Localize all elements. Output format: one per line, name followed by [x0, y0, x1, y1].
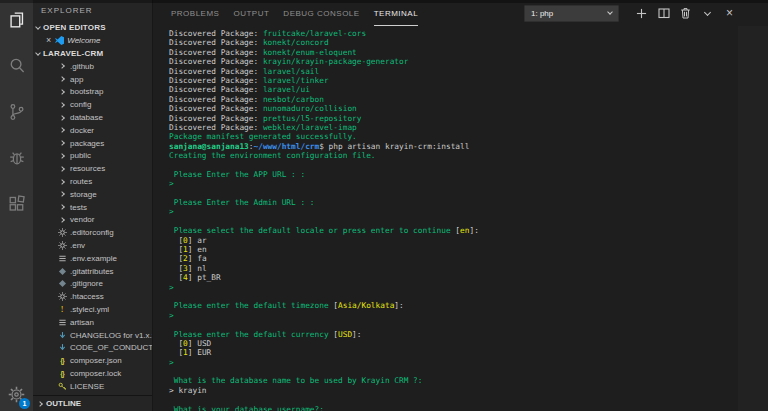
tree-item-label: CODE_OF_CONDUCT.md: [70, 343, 152, 352]
tree-item-label: composer.lock: [70, 369, 121, 378]
terminal-line: Discovered Package: krayin/krayin-packag…: [169, 57, 768, 66]
tree-folder-routes[interactable]: routes: [33, 175, 152, 188]
terminal-line: Discovered Package: nunomaduro/collision: [169, 104, 768, 113]
tab-debug-console[interactable]: DEBUG CONSOLE: [283, 0, 359, 26]
tree-folder-docker[interactable]: docker: [33, 124, 152, 137]
terminal-scrollbar[interactable]: [738, 26, 768, 411]
terminal-line: >: [169, 358, 768, 367]
kill-terminal-button[interactable]: [679, 5, 692, 21]
vscode-window: 1 EXPLORER OPEN EDITORS × Welcome LARAVE…: [0, 0, 768, 411]
tree-folder-app[interactable]: app: [33, 73, 152, 86]
tree-item-label: vendor: [70, 215, 94, 224]
tree-item-label: .github: [70, 62, 94, 71]
tree-file--gitignore[interactable]: .gitignore: [33, 278, 152, 291]
terminal-line: sanjana@sanjana13:~/www/html/crm$ php ar…: [169, 142, 768, 151]
terminal-select-value: 1: php: [531, 9, 553, 18]
terminal-line: >: [169, 179, 768, 188]
chevron-right-icon: [57, 90, 67, 94]
tree-folder-bootstrap[interactable]: bootstrap: [33, 86, 152, 99]
tree-item-label: routes: [70, 177, 92, 186]
tree-file--env[interactable]: .env: [33, 239, 152, 252]
panel-header: PROBLEMSOUTPUTDEBUG CONSOLETERMINAL 1: p…: [153, 0, 768, 26]
project-root-header[interactable]: LARAVEL-CRM: [33, 47, 152, 60]
terminal-line: Discovered Package: laravel/tinker: [169, 76, 768, 85]
tree-item-label: config: [70, 100, 91, 109]
terminal-line: [169, 217, 768, 226]
tree-file-composer-json[interactable]: {}composer.json: [33, 354, 152, 367]
chevron-right-icon: [57, 192, 67, 196]
gear-icon: [57, 292, 67, 301]
close-panel-button[interactable]: ×: [723, 5, 736, 21]
braces-icon: {}: [57, 370, 67, 377]
tree-item-label: bootstrap: [70, 87, 103, 96]
tree-item-label: .htaccess: [70, 292, 104, 301]
activity-search-icon[interactable]: [0, 46, 33, 86]
open-editors-label: OPEN EDITORS: [43, 23, 106, 32]
tree-file--htaccess[interactable]: .htaccess: [33, 290, 152, 303]
tree-folder-config[interactable]: config: [33, 98, 152, 111]
tree-folder-storage[interactable]: storage: [33, 188, 152, 201]
tree-file--styleci-yml[interactable]: !.styleci.yml: [33, 303, 152, 316]
activity-debug-icon[interactable]: [0, 138, 33, 178]
close-icon[interactable]: ×: [46, 36, 51, 45]
terminal-output[interactable]: Discovered Package: fruitcake/laravel-co…: [153, 26, 768, 411]
tree-file--editorconfig[interactable]: .editorconfig: [33, 226, 152, 239]
open-editor-welcome[interactable]: × Welcome: [33, 34, 152, 47]
chevron-down-icon: [704, 8, 711, 15]
tree-item-label: artisan: [70, 318, 94, 327]
activity-extensions-icon[interactable]: [0, 184, 33, 224]
tab-terminal[interactable]: TERMINAL: [374, 0, 418, 26]
chevron-right-icon: [57, 116, 67, 120]
chevron-down-icon: [607, 9, 613, 15]
open-editors-header[interactable]: OPEN EDITORS: [33, 21, 152, 34]
terminal-line: Please enter the default currency [USD]:: [169, 330, 768, 339]
tree-folder-database[interactable]: database: [33, 111, 152, 124]
project-root-label: LARAVEL-CRM: [43, 49, 103, 58]
terminal-line: [169, 367, 768, 376]
tab-problems[interactable]: PROBLEMS: [171, 0, 219, 26]
tree-file-artisan[interactable]: artisan: [33, 316, 152, 329]
activity-explorer-icon[interactable]: [0, 0, 33, 40]
terminal-line: What is the database name to be used by …: [169, 376, 768, 385]
tree-file-composer-lock[interactable]: {}composer.lock: [33, 367, 152, 380]
tree-item-label: .editorconfig: [70, 228, 114, 237]
warning-icon: !: [57, 305, 67, 314]
terminal-line: [169, 395, 768, 404]
tree-folder--github[interactable]: .github: [33, 60, 152, 73]
chevron-right-icon: [57, 205, 67, 209]
tree-file--env-example[interactable]: .env.example: [33, 252, 152, 265]
sidebar-explorer: EXPLORER OPEN EDITORS × Welcome LARAVEL-…: [33, 0, 152, 411]
tree-file-license[interactable]: LICENSE: [33, 380, 152, 393]
open-editor-label: Welcome: [67, 36, 100, 45]
tree-folder-resources[interactable]: resources: [33, 162, 152, 175]
tree-file-code-of-conduct-md[interactable]: CODE_OF_CONDUCT.md: [33, 342, 152, 355]
window-top-edge: [0, 0, 768, 3]
tree-file--gitattributes[interactable]: .gitattributes: [33, 265, 152, 278]
chevron-right-icon: [57, 154, 67, 158]
tree-item-label: packages: [70, 139, 104, 148]
terminal-line: What is your database username?:: [169, 405, 768, 411]
tree-item-label: .gitattributes: [70, 267, 114, 276]
tab-output[interactable]: OUTPUT: [233, 0, 269, 26]
tree-item-label: .styleci.yml: [70, 305, 109, 314]
chevron-down-icon: [35, 24, 41, 30]
tree-folder-packages[interactable]: packages: [33, 137, 152, 150]
outline-header[interactable]: OUTLINE: [33, 395, 152, 411]
terminal-line: [2] fa: [169, 254, 768, 263]
tree-folder-vendor[interactable]: vendor: [33, 214, 152, 227]
terminal-line: Creating the environment configuration f…: [169, 151, 768, 160]
activity-source-control-icon[interactable]: [0, 92, 33, 132]
terminal-line: Discovered Package: konekt/concord: [169, 38, 768, 47]
manage-button[interactable]: 1: [0, 379, 33, 409]
split-terminal-button[interactable]: [657, 5, 670, 21]
tree-item-label: .gitignore: [70, 279, 103, 288]
terminal-line: [169, 292, 768, 301]
tree-folder-tests[interactable]: tests: [33, 201, 152, 214]
terminal-line: Discovered Package: nesbot/carbon: [169, 95, 768, 104]
tree-folder-public[interactable]: public: [33, 150, 152, 163]
terminal-select[interactable]: 1: php: [524, 5, 619, 22]
tree-file-changelog-for-v1-x-x-md[interactable]: CHANGELOG for v1.x.x.md: [33, 329, 152, 342]
list-icon: [57, 318, 67, 327]
hide-panel-button[interactable]: [701, 5, 714, 21]
new-terminal-button[interactable]: [635, 5, 648, 21]
